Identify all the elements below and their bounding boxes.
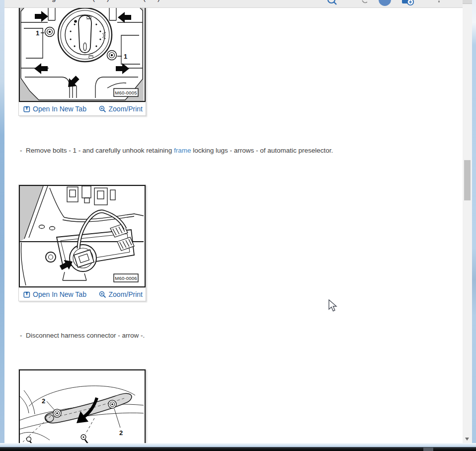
instruction-text: - Remove bolts - 1 - and carefully unhoo… [20, 147, 397, 154]
technical-diagram-grab-handle: 2 2 [20, 370, 144, 445]
open-in-new-tab-link[interactable]: Open In New Tab [23, 290, 86, 298]
diagram-frame: 1 1 M60-0005 [19, 2, 146, 102]
instruction-prefix: - Remove bolts - 1 - and carefully unhoo… [20, 147, 174, 154]
open-in-new-icon [23, 291, 30, 298]
callout-label: 1 [124, 53, 127, 60]
zoom-print-label: Zoom/Print [109, 105, 143, 113]
technical-diagram-harness-connector: M60-0006 [20, 186, 144, 286]
diagram-ref: M60-0005 [114, 89, 138, 96]
callout-label: 2 [42, 397, 45, 405]
taskbar [0, 447, 476, 451]
zoom-print-label: Zoom/Print [109, 290, 143, 298]
frame-link[interactable]: frame [174, 147, 191, 154]
search-icon[interactable] [326, 0, 338, 7]
scrollbar-track[interactable] [463, 0, 472, 443]
instruction-suffix: locking lugs - arrows - of automatic pre… [191, 147, 333, 154]
toolbar-title-fragment: ) [107, 0, 109, 2]
scrollbar-thumb[interactable] [464, 160, 471, 200]
figure-card: M60-0006 Open In New Tab Zoom/Print [18, 184, 146, 301]
toolbar-title-fragment: ( [92, 0, 95, 2]
window-border-right [472, 0, 476, 451]
diagram-frame: M60-0006 [19, 185, 146, 287]
zoom-print-link[interactable]: Zoom/Print [99, 105, 143, 113]
instruction-body: - Disconnect harness connector - arrow -… [20, 332, 145, 339]
scrollbar-up-button[interactable] [463, 0, 472, 4]
diagram-ref: M60-0006 [114, 274, 138, 282]
technical-diagram-headlight-switch: 1 1 M60-0005 [20, 3, 144, 101]
magnifier-plus-icon [99, 291, 106, 298]
instruction-text: - Disconnect harness connector - arrow -… [20, 332, 268, 339]
toolbar-title-fragment: g [52, 0, 56, 2]
open-in-new-tab-link[interactable]: Open In New Tab [23, 105, 86, 113]
diagram-frame: 2 2 [19, 369, 146, 446]
diagram-ref-label: M60-0006 [115, 275, 137, 281]
taskbar-highlight [423, 448, 433, 451]
figure-caption: Open In New Tab Zoom/Print [19, 102, 146, 115]
figure-card: 2 2 [18, 369, 146, 447]
diagram-ref-label: M60-0005 [115, 90, 137, 95]
toolbar: g ( ) ( ) [4, 0, 463, 8]
toolbar-title-fragment: ) [158, 0, 160, 2]
page: g ( ) ( ) [0, 0, 476, 451]
overflow-icon[interactable] [438, 0, 440, 2]
window-border-left [0, 0, 4, 451]
scroll-down-icon [465, 438, 469, 441]
mouse-cursor [328, 299, 338, 313]
magnifier-plus-icon [99, 105, 106, 113]
scroll-down-button[interactable] [463, 435, 472, 443]
rotary-dial [58, 8, 112, 62]
callout-label: 1 [36, 29, 39, 37]
add-page-icon[interactable] [401, 0, 416, 7]
toolbar-title-fragment: ( [143, 0, 146, 2]
open-in-new-tab-label: Open In New Tab [33, 105, 86, 113]
callout-label: 2 [119, 429, 123, 437]
zoom-print-link[interactable]: Zoom/Print [99, 290, 143, 298]
user-avatar[interactable] [379, 0, 391, 6]
open-in-new-icon [23, 105, 30, 112]
bell-icon[interactable] [361, 0, 368, 6]
open-in-new-tab-label: Open In New Tab [33, 290, 86, 298]
figure-card: 1 1 M60-0005 [18, 2, 146, 116]
figure-caption: Open In New Tab Zoom/Print [19, 287, 146, 301]
